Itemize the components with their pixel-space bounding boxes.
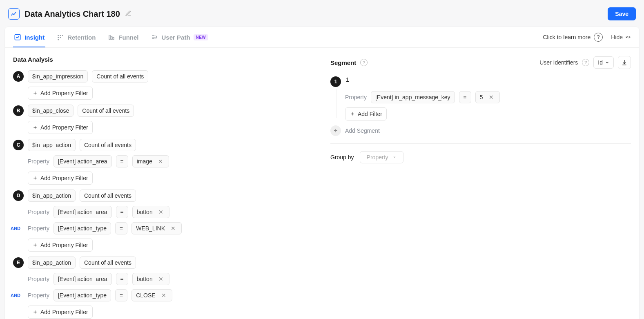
filter-property[interactable]: [Event] action_area	[53, 206, 112, 218]
tab-insight[interactable]: Insight	[13, 27, 45, 47]
filter-line: Property[Event] action_area=button✕	[28, 273, 314, 285]
tab-retention[interactable]: Retention	[56, 27, 96, 47]
header: Data Analytics Chart 180 Save	[5, 5, 639, 27]
add-property-filter-button[interactable]: ＋Add Property Filter	[28, 306, 93, 319]
filter-line: Property[Event] action_area=button✕	[28, 206, 314, 218]
filter-value-text: button	[137, 276, 153, 282]
user-identifiers-label: User Identifiers	[539, 59, 578, 66]
filter-operator[interactable]: =	[115, 289, 127, 301]
group-by-property-select[interactable]: Property	[360, 151, 403, 163]
add-property-filter-button[interactable]: ＋Add Property Filter	[28, 239, 93, 252]
event-name-chip[interactable]: $in_app_action	[28, 257, 76, 269]
event-badge: C	[13, 140, 24, 150]
filter-property[interactable]: [Event] action_type	[53, 222, 111, 234]
tab-funnel[interactable]: Funnel	[107, 27, 139, 47]
event-metric-chip[interactable]: Count of all events	[80, 190, 136, 202]
filter-operator[interactable]: =	[116, 155, 128, 167]
main-card: Insight Retention Funnel User Path NEW	[5, 27, 639, 319]
and-connector: AND	[11, 226, 20, 231]
download-button[interactable]	[618, 56, 631, 69]
svg-rect-7	[109, 35, 110, 40]
userpath-icon	[151, 33, 158, 41]
filter-property[interactable]: [Event] action_area	[53, 155, 112, 167]
segment-filter-property[interactable]: [Event] in_app_message_key	[371, 91, 455, 103]
plus-icon: ＋	[32, 124, 38, 131]
segment-filter-operator[interactable]: =	[459, 91, 471, 103]
filter-value[interactable]: image✕	[132, 155, 169, 167]
segment-badge-1: 1	[330, 76, 341, 87]
tab-insight-label: Insight	[25, 34, 45, 41]
filter-value-text: button	[137, 209, 153, 215]
event-name-chip[interactable]: $in_app_action	[28, 190, 76, 202]
edit-title-icon[interactable]	[125, 10, 131, 18]
plus-icon: +	[330, 125, 341, 136]
and-connector: AND	[11, 293, 20, 298]
segment-filter-value-text: 5	[480, 94, 483, 100]
event-name-chip[interactable]: $in_app_impression	[28, 70, 88, 83]
plus-icon: ＋	[32, 241, 38, 249]
data-analysis-pane: Data Analysis A$in_app_impressionCount o…	[5, 48, 322, 319]
add-property-filter-button[interactable]: ＋Add Property Filter	[28, 121, 93, 134]
svg-point-6	[58, 39, 59, 40]
caret-down-icon	[392, 155, 397, 159]
add-property-filter-button[interactable]: ＋Add Property Filter	[28, 172, 93, 185]
id-selector[interactable]: Id	[593, 56, 614, 69]
filter-value[interactable]: button✕	[132, 273, 169, 285]
hide-button[interactable]: Hide	[611, 34, 631, 40]
tab-userpath-label: User Path	[162, 34, 190, 41]
filter-value[interactable]: WEB_LINK✕	[131, 222, 182, 234]
event-metric-chip[interactable]: Count of all events	[80, 257, 136, 269]
event-row: A$in_app_impressionCount of all events＋A…	[13, 70, 314, 100]
new-badge: NEW	[194, 34, 209, 40]
svg-point-1	[58, 35, 59, 36]
segment-help-icon[interactable]: ?	[360, 59, 368, 66]
segment-filter-value[interactable]: 5 ✕	[475, 91, 500, 103]
page-title: Data Analytics Chart 180	[25, 9, 120, 19]
event-filters: ＋Add Property Filter	[28, 87, 314, 100]
segment-1-label: 1	[346, 76, 349, 83]
collapse-icon	[625, 34, 631, 40]
event-badge: E	[13, 257, 24, 268]
add-property-filter-button[interactable]: ＋Add Property Filter	[28, 87, 93, 100]
filter-operator[interactable]: =	[116, 206, 128, 218]
tab-userpath[interactable]: User Path NEW	[150, 27, 209, 47]
event-name-chip[interactable]: $in_app_action	[28, 139, 76, 151]
remove-filter-icon[interactable]: ✕	[157, 276, 165, 282]
event-name-chip[interactable]: $in_app_close	[28, 105, 74, 117]
id-selector-label: Id	[598, 59, 603, 66]
remove-filter-icon[interactable]: ✕	[157, 209, 165, 215]
remove-filter-icon[interactable]: ✕	[487, 94, 495, 100]
event-metric-chip[interactable]: Count of all events	[92, 70, 148, 83]
remove-filter-icon[interactable]: ✕	[156, 158, 165, 165]
remove-filter-icon[interactable]: ✕	[169, 225, 177, 232]
chevron-down-icon	[605, 60, 609, 65]
event-badge: A	[13, 71, 24, 82]
filter-operator[interactable]: =	[116, 273, 128, 285]
filter-property[interactable]: [Event] action_area	[53, 273, 112, 285]
filter-operator[interactable]: =	[115, 222, 127, 234]
add-segment-button[interactable]: + Add Segment	[330, 125, 631, 136]
user-identifiers-help-icon[interactable]: ?	[582, 59, 589, 66]
event-row: B$in_app_closeCount of all events＋Add Pr…	[13, 105, 314, 134]
add-property-filter-label: Add Property Filter	[40, 175, 88, 181]
remove-filter-icon[interactable]: ✕	[160, 292, 168, 299]
add-property-filter-label: Add Property Filter	[40, 309, 88, 315]
save-button[interactable]: Save	[608, 7, 636, 20]
filter-line: ANDProperty[Event] action_type=CLOSE✕	[28, 289, 314, 301]
add-filter-button[interactable]: ＋ Add Filter	[345, 107, 387, 120]
event-metric-chip[interactable]: Count of all events	[78, 105, 134, 117]
add-property-filter-label: Add Property Filter	[40, 124, 88, 131]
svg-point-5	[60, 37, 61, 38]
filter-value[interactable]: button✕	[132, 206, 169, 218]
segment-pane: Segment ? User Identifiers ? Id	[322, 48, 639, 319]
group-by-label: Group by	[330, 154, 354, 161]
plus-icon: ＋	[350, 110, 355, 118]
learn-more-link[interactable]: Click to learn more ?	[543, 33, 603, 42]
filter-property[interactable]: [Event] action_type	[53, 289, 111, 301]
event-metric-chip[interactable]: Count of all events	[80, 139, 136, 151]
download-icon	[621, 59, 628, 66]
filter-value[interactable]: CLOSE✕	[131, 289, 172, 301]
event-filters: Property[Event] action_area=image✕＋Add P…	[28, 155, 314, 185]
event-badge: D	[13, 190, 24, 201]
tab-funnel-label: Funnel	[118, 34, 138, 41]
